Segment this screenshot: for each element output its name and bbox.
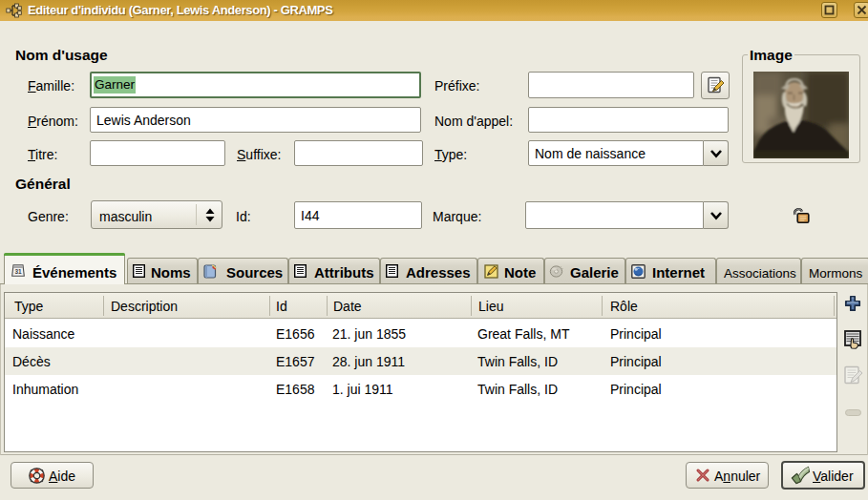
svg-text:31: 31	[14, 268, 22, 275]
